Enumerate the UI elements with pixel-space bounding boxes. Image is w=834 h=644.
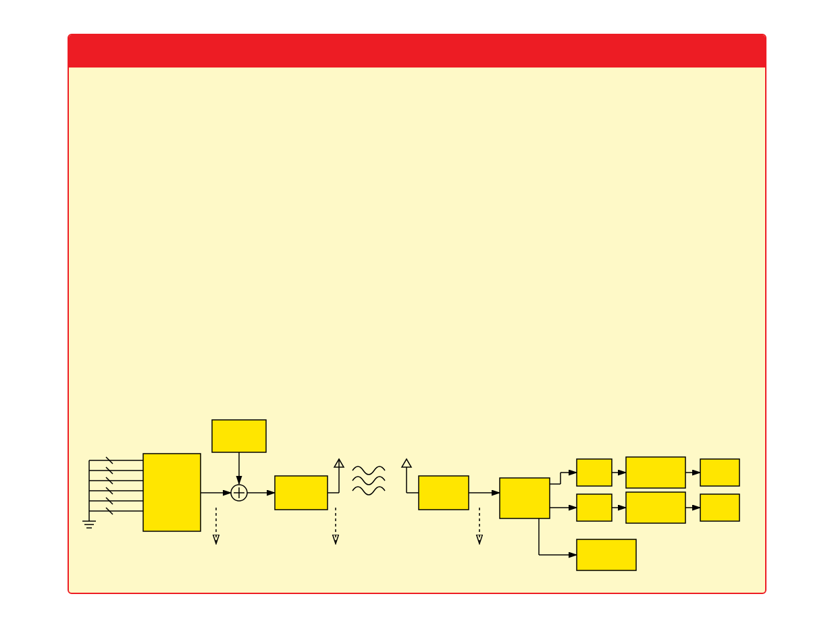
block-out1c	[700, 459, 739, 486]
block-rx	[419, 476, 469, 510]
block-out2a	[577, 494, 612, 521]
rx-antenna-icon	[402, 459, 411, 493]
radio-waves-icon	[353, 466, 385, 495]
block-carrier	[212, 420, 266, 452]
block-out1a	[577, 459, 612, 486]
block-out2b	[626, 492, 685, 523]
block-out2c	[700, 494, 739, 521]
input-lines	[82, 457, 143, 528]
page	[0, 0, 834, 644]
summing-node-icon	[231, 485, 247, 501]
block-out1b	[626, 457, 685, 488]
tx-antenna-icon	[334, 459, 344, 467]
block-mux	[143, 454, 201, 531]
panel-frame	[68, 34, 766, 594]
block-demux	[500, 478, 550, 518]
block-out3	[577, 539, 636, 570]
block-tx	[275, 476, 328, 510]
block-diagram	[69, 35, 765, 593]
